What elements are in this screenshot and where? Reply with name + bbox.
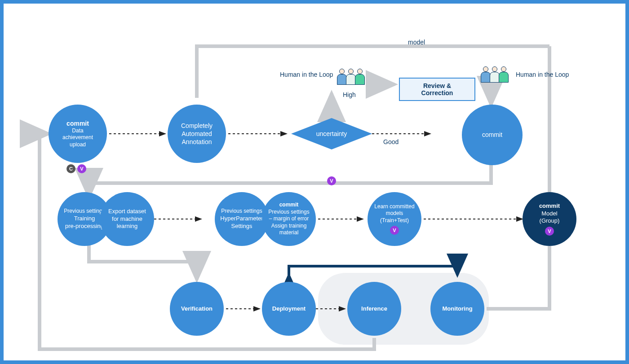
node-learn-models: Learn committed models (Train+Test) V xyxy=(368,192,421,246)
node-text: (Group) xyxy=(540,217,560,225)
connectors xyxy=(4,4,629,364)
node-text: Training xyxy=(74,215,95,223)
node-text: models xyxy=(386,210,403,217)
label-hitl-left: Human in the Loop xyxy=(280,71,333,78)
node-monitoring: Monitoring xyxy=(430,282,484,336)
review-correction-box: Review & Correction xyxy=(399,78,475,101)
node-text: uncertainty xyxy=(316,130,347,137)
node-text: Previous settings xyxy=(221,208,262,215)
node-text: material xyxy=(279,229,299,237)
badge-c: C xyxy=(66,164,75,173)
node-text: Completely xyxy=(181,122,213,130)
node-text: – margin of error xyxy=(269,215,309,223)
node-verification: Verification xyxy=(170,282,224,336)
people-group-right xyxy=(482,66,509,84)
node-text: Model xyxy=(541,210,557,218)
node-hyperparameter: Previous settings HyperParameter Setting… xyxy=(215,192,269,246)
node-text: upload xyxy=(70,141,86,149)
node-text: Assign training xyxy=(271,223,307,230)
label-high: High xyxy=(343,91,356,98)
node-text: HyperParameter xyxy=(220,215,263,223)
label-model: model xyxy=(408,39,425,46)
node-text: Previous settings xyxy=(268,209,309,216)
node-text: Verification xyxy=(181,305,213,313)
node-margin-error: commit Previous settings – margin of err… xyxy=(262,192,316,246)
node-text: commit xyxy=(279,202,299,209)
node-uncertainty: uncertainty xyxy=(291,118,372,149)
node-text: commit xyxy=(66,119,89,127)
node-text: Inference xyxy=(361,305,387,313)
node-text: Automated xyxy=(182,130,212,138)
node-text: Previous settings xyxy=(64,208,105,215)
node-text: pre-processing xyxy=(65,223,104,230)
node-commit: commit xyxy=(462,105,523,165)
node-inference: Inference xyxy=(347,282,401,336)
badge-v: V xyxy=(77,164,86,173)
node-text: Export dataset xyxy=(108,208,146,215)
node-commit-upload: commit Data achievement upload xyxy=(49,105,107,163)
label-good: Good xyxy=(383,138,399,145)
node-auto-annotation: Completely Automated Annotation xyxy=(168,105,226,163)
node-text: commit xyxy=(539,202,560,210)
node-export-dataset: Export dataset for machine learning xyxy=(100,192,154,246)
node-text: Annotation xyxy=(182,138,212,146)
label-hitl-right: Human in the Loop xyxy=(516,71,569,78)
node-text: (Train+Test) xyxy=(380,217,409,224)
node-text: Learn committed xyxy=(374,203,414,211)
node-text: achievement xyxy=(62,134,93,141)
node-commit-model-group: commit Model (Group) V xyxy=(523,192,576,246)
node-text: Monitoring xyxy=(442,305,472,313)
diagram-frame: model Human in the Loop High Review & Co… xyxy=(0,0,629,364)
people-group-left xyxy=(338,69,365,87)
badge-v: V xyxy=(327,176,336,185)
badge-v: V xyxy=(545,227,554,236)
node-text: learning xyxy=(117,223,137,230)
node-text: commit xyxy=(482,131,502,139)
node-text: Settings xyxy=(231,223,252,230)
node-text: Deployment xyxy=(272,305,306,313)
node-deployment: Deployment xyxy=(262,282,316,336)
node-text: for machine xyxy=(112,215,142,223)
node-text: Data xyxy=(72,127,83,135)
badge-v: V xyxy=(390,226,399,235)
